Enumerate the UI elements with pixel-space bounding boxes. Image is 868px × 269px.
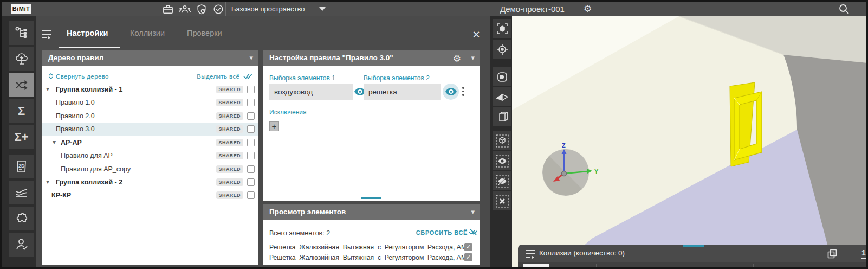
tree-row[interactable]: ▾ АР-АР SHARED <box>42 137 258 150</box>
panel-resize-handle[interactable] <box>361 197 381 199</box>
rule-settings-header[interactable]: Настройка правила "Правило 3.0" ⚙ ▾ <box>263 50 480 66</box>
elements-view-body: Всего элементов: 2 СБРОСИТЬ ВСЁ Решетка_… <box>263 220 480 265</box>
tree-row-checkbox[interactable] <box>247 165 255 173</box>
workspace-selector[interactable]: Базовое пространство <box>231 5 305 13</box>
tree-row-checkbox[interactable] <box>247 191 255 199</box>
exclusions-label[interactable]: Исключения <box>269 108 307 116</box>
tree-row[interactable]: ▾ Группа коллизий - 2 SHARED <box>42 176 258 189</box>
viewport-tool-zoom-to-point[interactable] <box>493 40 511 59</box>
caret-down-icon[interactable]: ▾ <box>53 138 56 146</box>
selection2-visibility-toggle[interactable] <box>443 84 459 100</box>
collisions-results-bar[interactable]: Коллизии (количество: 0) 1 <box>518 245 868 262</box>
3d-viewport[interactable]: Z Y <box>512 16 868 269</box>
close-icon[interactable]: ✕ <box>471 29 482 40</box>
tree-row[interactable]: ▾ Группа коллизий - 1 SHARED <box>42 84 258 97</box>
rules-tree-title: Дерево правил <box>48 54 103 62</box>
viewport-tool-delete-selection[interactable] <box>493 191 511 210</box>
team-icon[interactable] <box>178 4 190 15</box>
kebab-menu-icon[interactable] <box>462 87 464 98</box>
tree-row-checkbox[interactable] <box>247 86 255 93</box>
element-checkbox-checked[interactable]: ✓ <box>464 243 472 251</box>
briefcase-icon[interactable] <box>162 4 174 15</box>
tree-row-checkbox[interactable] <box>247 139 255 146</box>
numbered-list-icon[interactable]: 1 <box>861 248 868 259</box>
scrollbar-thumb[interactable] <box>523 264 549 267</box>
tree-row[interactable]: Правило 1.0 SHARED <box>42 97 258 110</box>
tree-row-selected[interactable]: Правило 3.0 SHARED <box>42 123 258 136</box>
tree-row[interactable]: Правило для АР SHARED <box>42 150 258 163</box>
collisions-bar-resize-handle[interactable] <box>683 245 704 247</box>
sidebar-tool-2d-docs[interactable]: 2D <box>9 155 34 178</box>
sidebar-tool-plugins[interactable] <box>9 207 34 230</box>
element-list-item[interactable]: Решетка_Жалюзийная_Вытяжная_с_Регуляторо… <box>263 243 480 253</box>
project-settings-gear-icon[interactable]: ⚙ <box>584 3 592 15</box>
eye-icon <box>445 87 457 96</box>
add-exclusion-button[interactable]: + <box>269 121 279 131</box>
viewport-tool-show-selection[interactable] <box>493 151 511 170</box>
sidebar-tool-environment[interactable] <box>9 47 34 71</box>
viewport-tool-focus-selection[interactable] <box>493 19 511 38</box>
tree-row-label: Правило для АР_copy <box>61 165 131 173</box>
element-list-item[interactable]: Решетка_Жалюзийная_Вытяжная_с_Регуляторо… <box>263 253 480 263</box>
copy-icon[interactable] <box>827 248 838 259</box>
tree-row[interactable]: Правило для АР_copy SHARED <box>42 163 258 176</box>
select-all-link[interactable]: Выделить всё <box>197 73 253 80</box>
viewport-tool-section-box[interactable] <box>493 107 511 126</box>
caret-down-icon[interactable]: ▾ <box>46 85 49 93</box>
person-check-icon <box>14 237 29 252</box>
3d-scene: Z Y <box>512 16 868 269</box>
sidebar-tool-sum[interactable]: Σ <box>9 99 34 123</box>
nature-tree-icon <box>14 52 29 67</box>
select-all-label: Выделить всё <box>197 73 239 80</box>
selection2-input[interactable] <box>364 84 441 100</box>
caret-down-icon[interactable]: ▾ <box>46 178 49 185</box>
selection1-input[interactable] <box>269 84 353 100</box>
tree-row-checkbox[interactable] <box>247 152 255 159</box>
panel-menu-icon[interactable] <box>41 29 52 39</box>
elements-view-header[interactable]: Просмотр элементов ▾ <box>263 204 480 220</box>
rule-settings-gear-icon[interactable]: ⚙ <box>453 52 461 67</box>
shuffle-icon <box>14 78 30 93</box>
viewport-tool-hide-selection[interactable] <box>493 171 511 190</box>
section-box-icon <box>496 111 509 124</box>
viewport-tool-section-plane[interactable] <box>493 87 511 106</box>
tree-row[interactable]: КР-КР SHARED <box>42 189 258 202</box>
shield-clock-icon[interactable] <box>196 4 208 15</box>
search-icon[interactable] <box>838 3 852 15</box>
viewport-tool-camera-target[interactable] <box>493 67 511 86</box>
check-circle-icon[interactable] <box>212 4 224 15</box>
sidebar-tool-charts[interactable] <box>9 181 34 204</box>
tree-row-checkbox[interactable] <box>247 125 255 133</box>
reset-all-link[interactable]: СБРОСИТЬ ВСЁ <box>416 229 468 236</box>
rule-settings-body: Выборка элементов 1 Выборка элементов 2 … <box>263 66 480 201</box>
caret-down-icon[interactable]: ▾ <box>471 204 475 220</box>
tree-row-label: Правило для АР <box>61 152 113 159</box>
dashed-cube-icon <box>495 134 509 148</box>
topbar-divider <box>827 2 827 16</box>
sidebar-tool-sum-add[interactable]: Σ+ <box>9 125 34 149</box>
tree-row-label: КР-КР <box>51 191 71 199</box>
collapse-tree-link[interactable]: Свернуть дерево <box>48 73 109 80</box>
tab-checks[interactable]: Проверки <box>187 29 222 37</box>
viewport-tool-isolate-selection[interactable] <box>493 131 511 150</box>
tree-row[interactable]: Правило 2.0 SHARED <box>42 110 258 123</box>
tree-row-label: Правило 1.0 <box>56 99 95 106</box>
element-checkbox-checked[interactable]: ✓ <box>464 253 472 261</box>
sidebar-tool-user-check[interactable] <box>9 233 34 257</box>
rules-tree-header[interactable]: Дерево правил ▾ <box>42 50 258 66</box>
caret-down-icon[interactable]: ▾ <box>471 50 475 66</box>
panel-menu-icon[interactable] <box>525 249 536 259</box>
sidebar-tool-model-tree[interactable] <box>9 21 34 45</box>
tab-collisions[interactable]: Коллизии <box>130 29 165 37</box>
caret-down-icon[interactable]: ▾ <box>249 50 253 66</box>
tab-settings[interactable]: Настройки <box>67 29 108 37</box>
sidebar-tool-collisions[interactable] <box>9 73 34 97</box>
collisions-scrollbar[interactable] <box>518 262 868 269</box>
tree-row-checkbox[interactable] <box>247 99 255 106</box>
deselect-all-icon[interactable] <box>468 228 478 238</box>
tree-row-checkbox[interactable] <box>247 178 255 186</box>
tree-row-checkbox[interactable] <box>247 112 255 120</box>
chevron-down-icon[interactable] <box>319 7 326 11</box>
bimit-app-window: BiMiT Базовое пространство Демо-проект-0… <box>0 0 868 269</box>
chart-lines-icon <box>14 185 29 200</box>
